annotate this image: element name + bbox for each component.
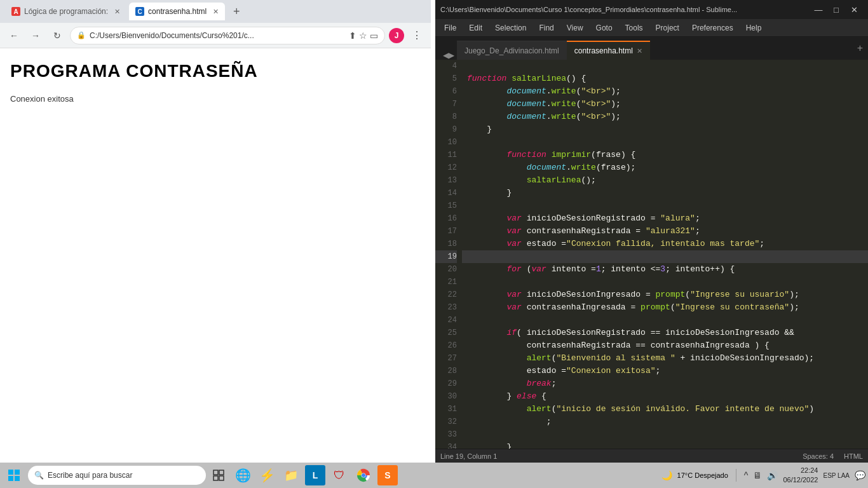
sublime-tab-active[interactable]: contrasenha.html ✕	[567, 41, 650, 60]
address-actions: ⬆ ☆ ▭	[349, 30, 378, 41]
line-num-5: 5	[435, 72, 457, 85]
maximize-button[interactable]: □	[827, 1, 845, 18]
line-num-20: 20	[435, 263, 457, 276]
code-line-26: contrasenhaRegistrada == contrasenhaIngr…	[462, 339, 868, 352]
taskbar-antivirus[interactable]: 🛡	[329, 465, 349, 485]
forward-button[interactable]: →	[27, 27, 44, 44]
line-num-9: 9	[435, 123, 457, 136]
share-icon[interactable]: ⬆	[349, 30, 356, 41]
menu-find[interactable]: Find	[532, 19, 560, 37]
line-num-22: 22	[435, 288, 457, 301]
clock-date: 06/12/2022	[783, 475, 818, 485]
tab-favicon-2: C	[135, 7, 144, 16]
code-line-19	[462, 250, 868, 263]
code-line-11: function imprimir(frase) {	[462, 149, 868, 161]
notification-icon[interactable]: 💬	[855, 470, 865, 480]
taskbar-sublime[interactable]: S	[377, 465, 398, 485]
browser-toolbar: ← → ↻ 🔒 C:/Users/Bienvenido/Documents/Cu…	[0, 23, 431, 48]
code-area: 4 5 6 7 8 9 10 11 12 13 14 15 16 17 18 1…	[435, 60, 868, 449]
address-bar[interactable]: 🔒 C:/Users/Bienvenido/Documents/Curso%20…	[70, 27, 385, 44]
svg-rect-6	[214, 476, 218, 480]
close-button[interactable]: ✕	[845, 1, 863, 18]
sublime-menubar: File Edit Selection Find View Goto Tools…	[435, 19, 868, 37]
line-num-12: 12	[435, 161, 457, 174]
user-avatar[interactable]: J	[389, 28, 404, 43]
browser-tab-active-close[interactable]: ✕	[213, 8, 219, 16]
start-button[interactable]	[3, 464, 25, 487]
line-num-28: 28	[435, 365, 457, 377]
new-tab-button[interactable]: +	[227, 3, 245, 20]
minimize-button[interactable]: —	[810, 1, 827, 18]
menu-goto[interactable]: Goto	[590, 19, 619, 37]
page-status: Conexion exitosa	[10, 94, 421, 104]
cast-icon[interactable]: ▭	[370, 30, 378, 41]
svg-point-11	[362, 473, 365, 477]
refresh-button[interactable]: ↻	[48, 27, 66, 44]
line-num-14: 14	[435, 187, 457, 200]
line-num-31: 31	[435, 403, 457, 416]
sublime-tabs: ◀▶ Juego_De_Adivinacion.html contrasenha…	[435, 37, 868, 60]
sublime-add-tab[interactable]: +	[852, 43, 868, 54]
sublime-tab-inactive[interactable]: Juego_De_Adivinacion.html	[457, 41, 567, 60]
sublime-tab-active-label: contrasenha.html	[574, 46, 633, 55]
sublime-statusbar: Line 19, Column 1 Spaces: 4 HTML	[435, 449, 868, 463]
tray-network[interactable]: 🖥	[753, 470, 762, 480]
taskbar-system: 🌙 17°C Despejado ^ 🖥 🔊 22:24 06/12/2022 …	[661, 466, 865, 485]
code-line-6: document.write("<br>");	[462, 85, 868, 98]
sublime-tab-active-close[interactable]: ✕	[637, 47, 642, 55]
clock: 22:24 06/12/2022	[783, 466, 818, 485]
browser-tab-inactive-label: Lógica de programación:	[24, 7, 108, 16]
line-numbers: 4 5 6 7 8 9 10 11 12 13 14 15 16 17 18 1…	[435, 60, 462, 449]
line-num-6: 6	[435, 85, 457, 98]
menu-view[interactable]: View	[560, 19, 590, 37]
back-button[interactable]: ←	[5, 27, 23, 44]
browser-panel: A Lógica de programación: ✕ C contrasenh…	[0, 0, 431, 463]
code-line-9: }	[462, 123, 868, 136]
tray-divider	[736, 469, 736, 482]
tray-volume[interactable]: 🔊	[767, 470, 778, 480]
bookmark-icon[interactable]: ☆	[359, 30, 367, 41]
taskbar-browser[interactable]: 🌐	[233, 465, 253, 485]
menu-selection[interactable]: Selection	[489, 19, 532, 37]
menu-project[interactable]: Project	[649, 19, 686, 37]
taskbar-chrome[interactable]	[353, 465, 374, 485]
line-num-10: 10	[435, 136, 457, 149]
tab-scroll-left[interactable]: ◀▶	[440, 51, 457, 60]
menu-preferences[interactable]: Preferences	[686, 19, 740, 37]
status-syntax: HTML	[844, 452, 863, 460]
taskbar-file-explorer[interactable]: 📁	[281, 465, 301, 485]
line-num-32: 32	[435, 416, 457, 428]
menu-tools[interactable]: Tools	[619, 19, 649, 37]
browser-tab-inactive-close[interactable]: ✕	[114, 8, 120, 16]
line-num-25: 25	[435, 327, 457, 339]
browser-tab-inactive[interactable]: A Lógica de programación: ✕	[5, 3, 126, 20]
line-num-17: 17	[435, 225, 457, 238]
browser-tab-active[interactable]: C contrasenha.html ✕	[129, 3, 225, 20]
address-text: C:/Users/Bienvenido/Documents/Curso%201/…	[90, 31, 345, 40]
sublime-titlebar: C:\Users\Bienvenido\Documents\Curso 1\co…	[435, 0, 868, 19]
browser-menu-icon[interactable]: ⋮	[408, 27, 426, 44]
line-num-19: 19	[435, 250, 457, 263]
code-line-8: document.write("<br>");	[462, 111, 868, 123]
svg-rect-7	[219, 476, 224, 480]
line-num-30: 30	[435, 390, 457, 403]
sublime-title-text: C:\Users\Bienvenido\Documents\Curso 1\co…	[440, 6, 810, 13]
line-num-18: 18	[435, 238, 457, 250]
code-line-22: var inicioDeSesionIngresado = prompt("In…	[462, 288, 868, 301]
menu-help[interactable]: Help	[740, 19, 768, 37]
tray-arrow[interactable]: ^	[744, 470, 749, 480]
line-num-11: 11	[435, 149, 457, 161]
lock-icon: 🔒	[77, 31, 86, 39]
menu-edit[interactable]: Edit	[463, 19, 489, 37]
line-num-8: 8	[435, 111, 457, 123]
code-line-16: var inicioDeSesionRegistrado = "alura";	[462, 212, 868, 225]
taskbar-task-view[interactable]	[208, 465, 229, 485]
taskbar-search[interactable]: 🔍 Escribe aquí para buscar	[28, 466, 206, 485]
taskbar-edge[interactable]: ⚡	[257, 465, 277, 485]
code-content[interactable]: function saltarLinea() { document.write(…	[462, 60, 868, 449]
line-num-29: 29	[435, 377, 457, 390]
taskbar-linkedin[interactable]: L	[305, 465, 325, 485]
code-line-28: estado ="Conexion exitosa";	[462, 365, 868, 377]
status-left: Line 19, Column 1	[440, 452, 803, 460]
menu-file[interactable]: File	[438, 19, 463, 37]
